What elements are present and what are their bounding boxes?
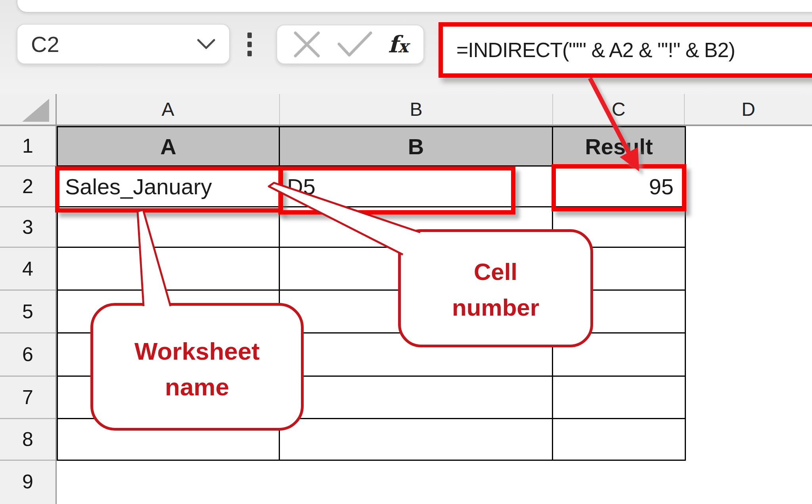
row-header-3[interactable]: 3 xyxy=(0,207,56,248)
cell-number-callout: Cell number xyxy=(398,229,593,347)
cell-number-callout-line2: number xyxy=(401,290,590,326)
formula-buttons: fx xyxy=(276,25,424,64)
cell-B8[interactable] xyxy=(280,419,553,460)
row-header-4[interactable]: 4 xyxy=(0,248,56,291)
name-box[interactable]: C2 xyxy=(17,24,230,64)
ribbon-panel-edge xyxy=(17,0,812,13)
select-all-triangle-icon xyxy=(0,94,56,125)
cell-A3[interactable] xyxy=(58,207,280,248)
row-header-2[interactable]: 2 xyxy=(0,167,56,207)
worksheet-name-callout-line2: name xyxy=(93,369,301,405)
cell-B1[interactable]: B xyxy=(280,127,553,167)
spreadsheet-app: C2 fx =INDIRECT("'" & A2 & "'!" & B2) xyxy=(0,0,812,504)
row-header-5[interactable]: 5 xyxy=(0,291,56,333)
highlight-box-c2 xyxy=(552,164,686,211)
column-headers: A B C D xyxy=(57,94,812,126)
cell-A4[interactable] xyxy=(58,248,280,291)
row-header-8[interactable]: 8 xyxy=(0,419,56,461)
cell-A1[interactable]: A xyxy=(58,127,280,167)
column-header-d[interactable]: D xyxy=(685,94,812,125)
formula-text: =INDIRECT("'" & A2 & "'!" & B2) xyxy=(456,38,735,62)
chevron-down-icon[interactable] xyxy=(197,38,216,50)
cell-C1[interactable]: Result xyxy=(553,127,685,167)
drag-handle-icon[interactable] xyxy=(247,33,252,56)
column-header-c[interactable]: C xyxy=(553,94,685,125)
highlight-box-b2 xyxy=(278,166,515,215)
name-box-value: C2 xyxy=(31,31,59,57)
row-header-6[interactable]: 6 xyxy=(0,333,56,377)
row-header-9[interactable]: 9 xyxy=(0,461,56,503)
formula-input[interactable]: =INDIRECT("'" & A2 & "'!" & B2) xyxy=(439,22,812,78)
cell-C8[interactable] xyxy=(553,419,685,460)
worksheet-name-callout: Worksheet name xyxy=(90,303,304,431)
select-all-corner[interactable] xyxy=(0,94,57,126)
cell-C7[interactable] xyxy=(553,377,685,419)
cell-number-callout-line1: Cell xyxy=(401,254,590,290)
cell-B7[interactable] xyxy=(280,377,553,419)
insert-function-icon[interactable]: fx xyxy=(388,33,408,56)
formula-bar-band: C2 fx =INDIRECT("'" & A2 & "'!" & B2) xyxy=(0,0,812,94)
column-header-b[interactable]: B xyxy=(280,94,553,125)
cancel-icon[interactable] xyxy=(292,30,322,59)
worksheet-name-callout-line1: Worksheet xyxy=(93,333,301,369)
highlight-box-a2 xyxy=(55,166,283,213)
enter-check-icon[interactable] xyxy=(337,31,373,58)
column-header-a[interactable]: A xyxy=(57,94,280,125)
row-header-7[interactable]: 7 xyxy=(0,377,56,419)
row-headers: 1 2 3 4 5 6 7 8 9 xyxy=(0,126,57,504)
row-header-1[interactable]: 1 xyxy=(0,126,56,167)
